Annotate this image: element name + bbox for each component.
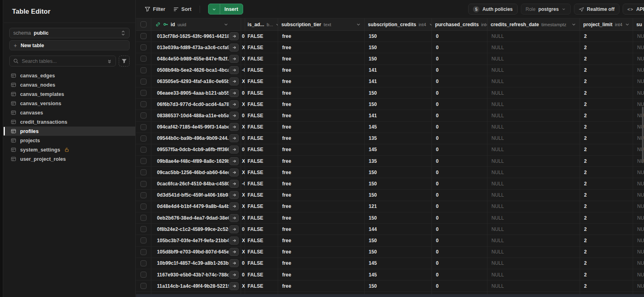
expand-row-button[interactable] bbox=[229, 77, 239, 85]
filter-button[interactable]: Filter bbox=[141, 4, 169, 15]
expand-row-button[interactable] bbox=[229, 157, 239, 165]
cell-collapsed[interactable]: 0 bbox=[241, 269, 245, 280]
cell-credits-refresh-date[interactable]: NULL bbox=[487, 190, 580, 201]
cell-collapsed[interactable]: X bbox=[241, 235, 245, 246]
expand-row-button[interactable] bbox=[229, 214, 239, 222]
cell-subscription-credits[interactable]: 150 bbox=[365, 280, 432, 291]
cell-credits-refresh-date[interactable]: NULL bbox=[487, 269, 580, 280]
sidebar-item-projects[interactable]: projects bbox=[4, 136, 135, 145]
cell-id[interactable]: 06f6b7d3-977d-4cd0-acd4-4a78... bbox=[151, 99, 241, 110]
cell-clipped[interactable]: NULL bbox=[633, 87, 644, 98]
cell-is-admin[interactable]: FALSE bbox=[245, 53, 278, 64]
cell-project-limit[interactable]: 2 bbox=[580, 212, 633, 223]
cell-is-admin[interactable]: FALSE bbox=[245, 280, 278, 291]
cell-project-limit[interactable]: 2 bbox=[580, 99, 633, 110]
cell-purchased-credits[interactable]: 0 bbox=[432, 190, 487, 201]
cell-clipped[interactable]: NULL bbox=[633, 280, 644, 291]
cell-collapsed[interactable]: X bbox=[241, 190, 245, 201]
cell-collapsed[interactable]: 0 bbox=[241, 110, 245, 121]
row-checkbox[interactable] bbox=[136, 76, 151, 87]
cell-clipped[interactable]: NULL bbox=[633, 65, 644, 76]
cell-subscription-tier[interactable]: free bbox=[278, 224, 365, 235]
cell-purchased-credits[interactable]: 0 bbox=[432, 201, 487, 212]
cell-purchased-credits[interactable]: 0 bbox=[432, 156, 487, 166]
cell-credits-refresh-date[interactable]: NULL bbox=[487, 65, 580, 76]
cell-is-admin[interactable]: FALSE bbox=[245, 99, 278, 110]
expand-row-button[interactable] bbox=[229, 55, 239, 63]
cell-clipped[interactable]: NULL bbox=[633, 235, 644, 246]
cell-project-limit[interactable]: 2 bbox=[580, 53, 633, 64]
expand-row-button[interactable] bbox=[229, 225, 239, 233]
row-checkbox[interactable] bbox=[136, 247, 151, 258]
cell-is-admin[interactable]: FALSE bbox=[245, 156, 278, 166]
cell-subscription-tier[interactable]: free bbox=[278, 247, 365, 258]
sidebar-item-canvas_templates[interactable]: canvas_templates bbox=[4, 89, 135, 99]
expand-row-button[interactable] bbox=[229, 134, 239, 142]
cell-collapsed[interactable]: X bbox=[241, 76, 245, 87]
row-checkbox[interactable] bbox=[136, 156, 151, 166]
cell-project-limit[interactable]: 2 bbox=[580, 110, 633, 121]
cell-id[interactable]: 06eaee33-8905-4aaa-b121-ab552... bbox=[151, 87, 241, 98]
cell-collapsed[interactable]: X bbox=[241, 280, 245, 291]
expand-row-button[interactable] bbox=[229, 191, 239, 199]
cell-project-limit[interactable]: 2 bbox=[580, 190, 633, 201]
cell-clipped[interactable]: NULL bbox=[633, 212, 644, 223]
expand-row-button[interactable] bbox=[229, 89, 239, 97]
cell-is-admin[interactable]: FALSE bbox=[245, 178, 278, 189]
expand-row-button[interactable] bbox=[229, 282, 239, 290]
row-checkbox[interactable] bbox=[136, 31, 151, 42]
cell-id[interactable]: 013e039a-fd89-473a-a3c6-ccfa9... bbox=[151, 42, 241, 53]
column-header-subscription-credits[interactable]: subscription_credits int4 bbox=[365, 19, 432, 30]
cell-subscription-tier[interactable]: free bbox=[278, 201, 365, 212]
chevron-down-icon[interactable] bbox=[429, 22, 432, 27]
cell-project-limit[interactable]: 2 bbox=[580, 247, 633, 258]
cell-purchased-credits[interactable]: 0 bbox=[432, 258, 487, 269]
column-header-project-limit[interactable]: project_limit int4 bbox=[580, 19, 633, 30]
expand-row-button[interactable] bbox=[229, 168, 239, 177]
cell-clipped[interactable]: NULL bbox=[633, 167, 644, 178]
row-checkbox[interactable] bbox=[136, 99, 151, 110]
chevron-down-icon[interactable] bbox=[223, 22, 229, 27]
cell-subscription-tier[interactable]: free bbox=[278, 87, 365, 98]
column-header-clipped[interactable]: su bbox=[633, 19, 644, 30]
cell-collapsed[interactable]: X bbox=[241, 156, 245, 166]
cell-subscription-tier[interactable]: free bbox=[278, 212, 365, 223]
cell-clipped[interactable]: NULL bbox=[633, 269, 644, 280]
cell-subscription-tier[interactable]: free bbox=[278, 76, 365, 87]
cell-purchased-credits[interactable]: 0 bbox=[432, 212, 487, 223]
cell-subscription-credits[interactable]: 121 bbox=[365, 201, 432, 212]
cell-subscription-credits[interactable]: 145 bbox=[365, 122, 432, 133]
cell-subscription-tier[interactable]: free bbox=[278, 110, 365, 121]
cell-clipped[interactable]: NULL bbox=[633, 53, 644, 64]
cell-credits-refresh-date[interactable]: NULL bbox=[487, 212, 580, 223]
cell-is-admin[interactable]: FALSE bbox=[245, 144, 278, 155]
cell-purchased-credits[interactable]: 0 bbox=[432, 178, 487, 189]
cell-is-admin[interactable]: FALSE bbox=[245, 122, 278, 133]
cell-collapsed[interactable]: -0 bbox=[241, 65, 245, 76]
expand-row-button[interactable] bbox=[229, 66, 239, 74]
cell-id[interactable]: 013cf78d-1625-43fc-9961-442189... bbox=[151, 31, 241, 42]
cell-is-admin[interactable]: FALSE bbox=[245, 269, 278, 280]
cell-id[interactable]: 0cac6fca-26cf-4510-84ba-c4580... bbox=[151, 178, 241, 189]
cell-is-admin[interactable]: FALSE bbox=[245, 247, 278, 258]
auth-policies-button[interactable]: 5 Auth policies bbox=[468, 4, 517, 15]
cell-clipped[interactable]: NULL bbox=[633, 76, 644, 87]
cell-is-admin[interactable]: FALSE bbox=[245, 167, 278, 178]
sort-button[interactable]: Sort bbox=[169, 4, 196, 15]
cell-purchased-credits[interactable]: 0 bbox=[432, 65, 487, 76]
sidebar-item-canvases[interactable]: canvases bbox=[4, 108, 135, 117]
cell-subscription-tier[interactable]: free bbox=[278, 99, 365, 110]
cell-is-admin[interactable]: FALSE bbox=[245, 212, 278, 223]
chevron-down-icon[interactable] bbox=[356, 22, 361, 27]
column-header-is-admin[interactable]: is_ad... b... bbox=[245, 19, 278, 30]
cell-project-limit[interactable]: 2 bbox=[580, 224, 633, 235]
cell-project-limit[interactable]: 2 bbox=[580, 280, 633, 291]
cell-collapsed[interactable]: 0 bbox=[241, 144, 245, 155]
search-tables-input[interactable]: Search tables... bbox=[9, 56, 116, 66]
cell-subscription-credits[interactable]: 150 bbox=[365, 178, 432, 189]
row-checkbox[interactable] bbox=[136, 212, 151, 223]
cell-id[interactable]: 09b8ae4e-f48c-4f89-8a8c-1629b... bbox=[151, 156, 241, 166]
cell-project-limit[interactable]: 2 bbox=[580, 42, 633, 53]
cell-purchased-credits[interactable]: 0 bbox=[432, 99, 487, 110]
cell-is-admin[interactable]: FALSE bbox=[245, 133, 278, 144]
